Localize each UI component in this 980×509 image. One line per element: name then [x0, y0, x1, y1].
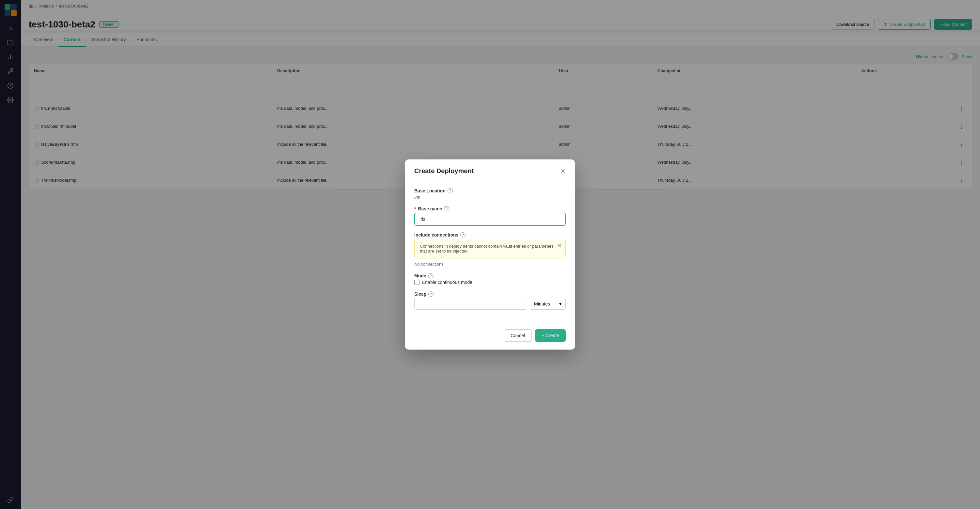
base-location-info-icon[interactable]: ?	[447, 188, 453, 193]
sleep-unit-chevron-icon: ▾	[559, 301, 562, 306]
base-name-group: * Base name ?	[414, 206, 566, 226]
create-deployment-modal: Create Deployment ✕ Base Location ? Iris…	[405, 160, 575, 349]
mode-info-icon[interactable]: ?	[428, 273, 434, 278]
continuous-mode-checkbox[interactable]	[414, 280, 420, 285]
modal-body: Base Location ? Iris * Base name ? Inclu…	[405, 180, 575, 324]
modal-close-button[interactable]: ✕	[560, 168, 566, 174]
base-name-label: * Base name ?	[414, 206, 566, 211]
base-location-group: Base Location ? Iris	[414, 188, 566, 199]
base-name-input[interactable]	[414, 213, 566, 226]
sleep-label: Sleep ?	[414, 291, 566, 297]
mode-group: Mode ? Enable continuous mode	[414, 273, 566, 285]
sleep-group: Sleep ? Minutes ▾	[414, 291, 566, 310]
sleep-row: Minutes ▾	[414, 298, 566, 310]
sleep-unit-select[interactable]: Minutes ▾	[530, 298, 566, 310]
sleep-unit-label: Minutes	[534, 301, 550, 306]
modal-footer: Cancel + Create	[405, 324, 575, 349]
base-location-value: Iris	[414, 195, 566, 199]
required-marker: *	[414, 206, 416, 211]
include-connections-group: Include connections ? Connections in dep…	[414, 232, 566, 266]
include-connections-label: Include connections ?	[414, 232, 566, 238]
continuous-mode-label: Enable continuous mode	[422, 280, 473, 285]
modal-overlay[interactable]: Create Deployment ✕ Base Location ? Iris…	[0, 0, 980, 509]
modal-header: Create Deployment ✕	[405, 160, 575, 180]
create-button[interactable]: + Create	[535, 329, 566, 342]
cancel-button[interactable]: Cancel	[504, 329, 532, 342]
continuous-mode-row[interactable]: Enable continuous mode	[414, 280, 566, 285]
no-connections-text: No connections	[414, 262, 566, 266]
base-name-info-icon[interactable]: ?	[444, 206, 449, 211]
connections-warning-box: Connections in deployments cannot contai…	[414, 239, 566, 258]
include-connections-info-icon[interactable]: ?	[460, 232, 466, 238]
sleep-info-icon[interactable]: ?	[428, 291, 434, 297]
warning-text: Connections in deployments cannot contai…	[420, 244, 554, 254]
modal-title: Create Deployment	[414, 167, 474, 175]
base-location-label: Base Location ?	[414, 188, 566, 193]
warning-close-button[interactable]: ✕	[557, 243, 562, 249]
mode-label: Mode ?	[414, 273, 566, 278]
sleep-value-input[interactable]	[414, 298, 527, 310]
